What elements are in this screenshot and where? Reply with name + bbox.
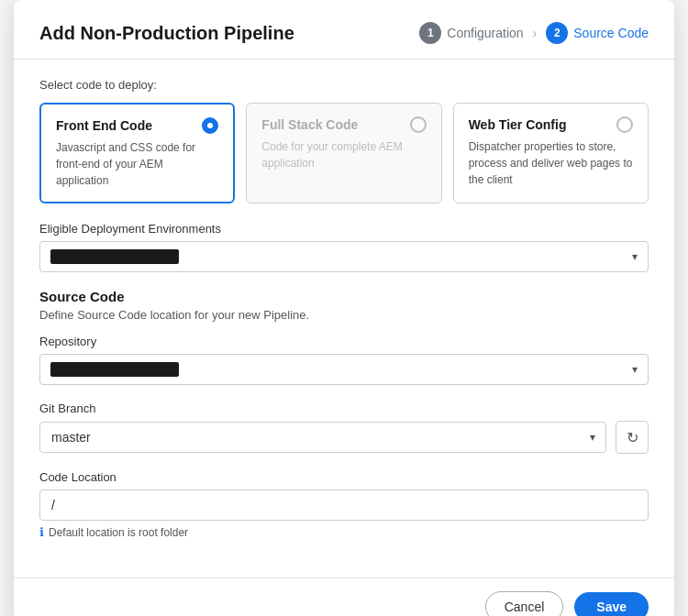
code-card-webtier[interactable]: Web Tier Config Dispatcher properties to…	[453, 103, 649, 204]
dialog-header: Add Non-Production Pipeline 1 Configurat…	[14, 0, 674, 60]
dialog-body: Select code to deploy: Front End Code Ja…	[14, 60, 674, 578]
step1-circle: 1	[419, 22, 441, 44]
fullstack-radio	[410, 116, 427, 133]
wizard-steps: 1 Configuration › 2 Source Code	[419, 22, 649, 44]
hint-text: ℹ Default location is root folder	[39, 525, 649, 539]
code-location-label: Code Location	[39, 470, 649, 484]
webtier-card-title: Web Tier Config	[469, 116, 633, 133]
step2-circle: 2	[546, 22, 568, 44]
deployment-env-label: Eligible Deployment Environments	[39, 222, 649, 236]
frontend-radio	[202, 117, 218, 134]
refresh-button[interactable]: ↻	[616, 421, 649, 454]
repository-label: Repository	[39, 335, 649, 348]
code-location-input[interactable]	[39, 490, 649, 521]
dialog-title: Add Non-Production Pipeline	[39, 23, 294, 44]
step-1: 1 Configuration	[419, 22, 523, 44]
webtier-card-desc: Dispatcher properties to store, process …	[469, 138, 633, 188]
repository-group: Repository ▾	[39, 335, 649, 385]
deployment-env-select[interactable]	[39, 241, 649, 272]
cancel-button[interactable]: Cancel	[485, 591, 564, 616]
dialog-footer: Cancel Save	[14, 578, 674, 616]
select-code-label: Select code to deploy:	[39, 78, 649, 92]
source-code-desc: Define Source Code location for your new…	[39, 308, 649, 322]
add-pipeline-dialog: Add Non-Production Pipeline 1 Configurat…	[14, 0, 674, 616]
step1-label: Configuration	[447, 26, 523, 40]
webtier-radio	[616, 116, 633, 133]
repository-select-wrapper: ▾	[39, 354, 649, 385]
source-code-title: Source Code	[39, 289, 649, 304]
save-button[interactable]: Save	[574, 592, 649, 616]
info-icon: ℹ	[39, 525, 44, 539]
source-code-section: Source Code Define Source Code location …	[39, 289, 649, 539]
hint-label: Default location is root folder	[49, 526, 188, 539]
fullstack-card-title: Full Stack Code	[261, 116, 426, 133]
step-2: 2 Source Code	[546, 22, 649, 44]
step2-label: Source Code	[573, 26, 649, 40]
git-branch-select-wrapper: master ▾	[39, 422, 606, 453]
git-branch-select[interactable]: master	[39, 422, 606, 453]
deployment-env-group: Eligible Deployment Environments ▾	[39, 222, 649, 272]
git-branch-label: Git Branch	[39, 402, 649, 415]
frontend-card-title: Front End Code	[56, 117, 218, 134]
git-branch-group: Git Branch master ▾ ↻	[39, 402, 649, 454]
code-location-group: Code Location ℹ Default location is root…	[39, 470, 649, 539]
code-card-frontend[interactable]: Front End Code Javascript and CSS code f…	[39, 103, 235, 204]
code-options: Front End Code Javascript and CSS code f…	[39, 103, 649, 204]
deployment-env-select-wrapper: ▾	[39, 241, 649, 272]
refresh-icon: ↻	[627, 429, 638, 446]
git-branch-row: master ▾ ↻	[39, 421, 649, 454]
fullstack-card-desc: Code for your complete AEM application	[261, 138, 426, 171]
wizard-chevron: ›	[533, 26, 538, 40]
repository-select[interactable]	[39, 354, 649, 385]
code-card-fullstack: Full Stack Code Code for your complete A…	[246, 103, 441, 204]
frontend-card-desc: Javascript and CSS code for front-end of…	[56, 139, 218, 189]
